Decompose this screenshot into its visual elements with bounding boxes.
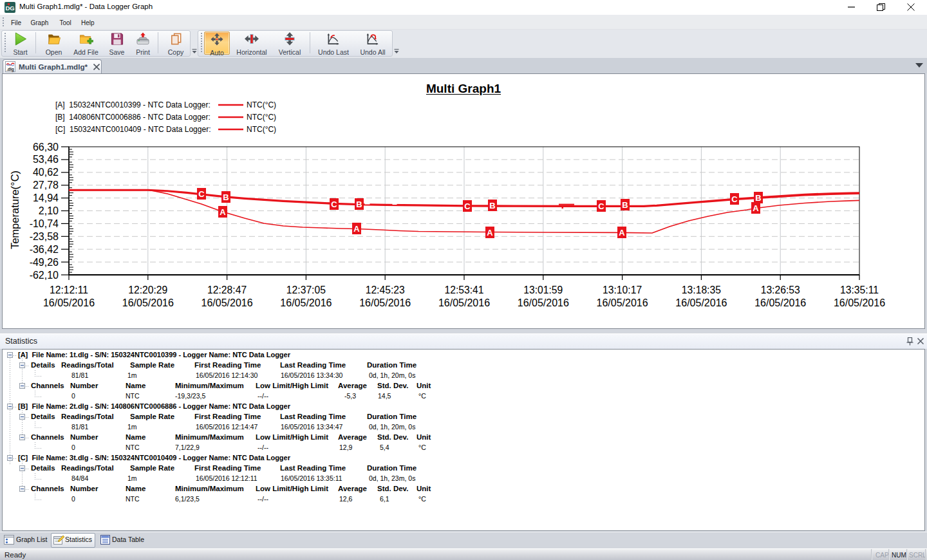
svg-text:C: C — [198, 189, 205, 199]
svg-text:12:53:41: 12:53:41 — [444, 285, 483, 295]
svg-text:-62,10: -62,10 — [30, 270, 59, 281]
svg-text:53,46: 53,46 — [33, 154, 59, 165]
svg-text:C: C — [731, 194, 738, 204]
svg-text:27,78: 27,78 — [33, 180, 59, 191]
svg-text:40,62: 40,62 — [33, 167, 59, 178]
svg-text:C: C — [331, 200, 337, 209]
svg-text:16/05/2016: 16/05/2016 — [597, 297, 648, 308]
svg-text:C: C — [464, 201, 471, 211]
svg-text:A: A — [753, 203, 759, 213]
svg-text:A: A — [619, 228, 625, 238]
svg-text:14,94: 14,94 — [33, 192, 59, 203]
svg-text:16/05/2016: 16/05/2016 — [359, 297, 411, 308]
svg-text:B: B — [356, 200, 362, 209]
svg-text:12:12:11: 12:12:11 — [50, 285, 88, 295]
svg-text:13:35:11: 13:35:11 — [840, 285, 879, 295]
svg-text:66,30: 66,30 — [33, 142, 59, 153]
svg-text:13:26:53: 13:26:53 — [761, 285, 800, 295]
svg-text:-10,74: -10,74 — [30, 218, 59, 229]
svg-text:13:18:35: 13:18:35 — [682, 285, 721, 295]
svg-text:Temperature(°C): Temperature(°C) — [9, 171, 21, 249]
svg-text:16/05/2016: 16/05/2016 — [280, 297, 332, 308]
svg-text:-36,42: -36,42 — [30, 244, 59, 255]
svg-text:-49,26: -49,26 — [30, 257, 59, 268]
svg-text:B: B — [223, 192, 229, 202]
svg-text:16/05/2016: 16/05/2016 — [438, 297, 490, 308]
svg-text:16/05/2016: 16/05/2016 — [675, 297, 727, 308]
svg-text:A: A — [220, 207, 226, 217]
svg-text:13:01:59: 13:01:59 — [523, 285, 563, 295]
svg-text:12:45:23: 12:45:23 — [366, 285, 405, 295]
svg-text:16/05/2016: 16/05/2016 — [122, 297, 174, 308]
svg-text:12:28:47: 12:28:47 — [207, 285, 247, 295]
svg-text:16/05/2016: 16/05/2016 — [754, 297, 806, 308]
svg-text:-23,58: -23,58 — [30, 231, 59, 242]
svg-text:A: A — [353, 224, 360, 234]
svg-text:12:20:29: 12:20:29 — [128, 285, 167, 295]
svg-text:B: B — [755, 193, 761, 203]
svg-text:12:37:05: 12:37:05 — [286, 285, 326, 295]
svg-text:16/05/2016: 16/05/2016 — [834, 297, 885, 308]
svg-text:A: A — [487, 228, 493, 238]
svg-text:16/05/2016: 16/05/2016 — [201, 297, 253, 308]
svg-text:2,10: 2,10 — [39, 205, 59, 216]
svg-text:B: B — [622, 200, 628, 210]
svg-text:13:10:17: 13:10:17 — [603, 285, 642, 295]
svg-text:C: C — [598, 201, 604, 211]
svg-text:B: B — [489, 201, 495, 210]
svg-text:16/05/2016: 16/05/2016 — [518, 297, 569, 308]
svg-text:16/05/2016: 16/05/2016 — [43, 297, 95, 308]
